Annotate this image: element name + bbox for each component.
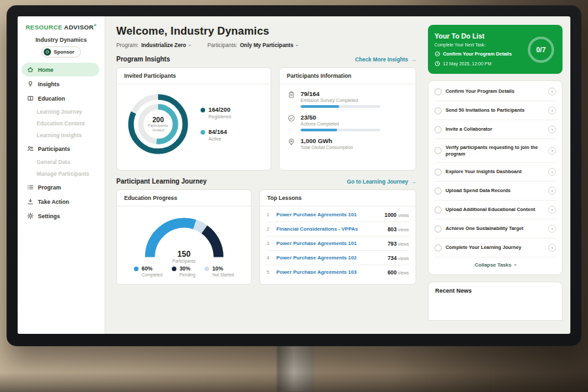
people-icon — [27, 145, 34, 152]
lesson-link[interactable]: Power Purchase Agreements 103 — [276, 269, 383, 275]
check-more-insights-link[interactable]: Check More Insights → — [355, 56, 416, 63]
task-row[interactable]: Upload Additional Educational Content › — [434, 201, 556, 220]
recent-news-title: Recent News — [435, 287, 555, 294]
sidebar-item-program[interactable]: Program — [22, 180, 99, 194]
sidebar-item-settings[interactable]: Settings — [22, 209, 99, 223]
checkbox-icon[interactable] — [434, 244, 442, 252]
education-progress-card: Education Progress 150 Participants — [116, 189, 252, 285]
lesson-row: 1 Power Purchase Agreements 101 1000view… — [267, 208, 409, 222]
todo-next-task[interactable]: Confirm Your Program Details — [434, 51, 522, 57]
main-content: Welcome, Industry Dynamics Program: Indu… — [105, 16, 425, 334]
gauge-center-label: Participants — [139, 259, 230, 263]
lesson-link[interactable]: Financial Considerations - VPPAs — [276, 226, 383, 232]
list-icon — [27, 184, 34, 191]
task-row[interactable]: Verify participants requesting to join t… — [434, 139, 556, 163]
sidebar-item-learning-insights[interactable]: Learning Insights — [18, 129, 105, 141]
task-row[interactable]: Achieve One Sustainability Target › — [434, 220, 556, 238]
recent-news-card: Recent News — [428, 282, 563, 321]
todo-progress-ring: 0/7 — [526, 35, 556, 65]
dashboard-screen: RESOURCE ADVISOR+ Industry Dynamics Spon… — [18, 16, 570, 334]
task-row[interactable]: Confirm Your Program Details › — [434, 82, 556, 101]
lesson-link[interactable]: Power Purchase Agreements 102 — [276, 255, 383, 261]
todo-subtitle: Complete Your Next Task: — [434, 42, 522, 47]
card-title: Education Progress — [117, 190, 251, 206]
chevron-right-icon[interactable]: › — [548, 147, 556, 155]
brand-plus: + — [93, 23, 96, 27]
background-floor — [0, 372, 588, 392]
lightbulb-icon — [27, 80, 34, 88]
sidebar-item-manage-participants[interactable]: Manage Participants — [18, 168, 105, 180]
sponsor-badge[interactable]: Sponsor — [41, 46, 81, 57]
lesson-link[interactable]: Power Purchase Agreements 101 — [276, 240, 383, 246]
program-insights-header: Program Insights Check More Insights → — [116, 56, 416, 63]
chevron-down-icon: › — [294, 44, 300, 46]
chevron-right-icon[interactable]: › — [548, 168, 556, 176]
location-pin-icon — [287, 138, 295, 150]
legend-active: 84/164Active — [201, 129, 231, 142]
donut-center-label: Participants Invited — [144, 123, 172, 133]
book-icon — [27, 95, 34, 102]
sidebar-nav: Home Insights Education Learning Journey… — [18, 63, 105, 223]
emission-survey-row: 79/164 Emission Survey Completed — [287, 90, 408, 108]
todo-title: Your To Do List — [434, 32, 522, 40]
checkbox-icon[interactable] — [434, 225, 442, 233]
sidebar: RESOURCE ADVISOR+ Industry Dynamics Spon… — [18, 16, 105, 334]
chevron-up-icon: › — [512, 264, 518, 266]
checkbox-icon[interactable] — [434, 88, 442, 95]
filters-row: Program: Industrialize Zero › Participan… — [116, 42, 416, 48]
task-row[interactable]: Send 50 Invitations to Participants › — [434, 101, 556, 120]
lesson-row: 3 Power Purchase Agreements 101 793views — [267, 237, 409, 251]
legend-dot — [134, 267, 139, 271]
emission-survey-progress-bar — [301, 105, 380, 108]
go-to-learning-journey-link[interactable]: Go to Learning Journey → — [347, 178, 416, 185]
checkbox-icon[interactable] — [434, 169, 442, 176]
checkbox-icon[interactable] — [434, 206, 442, 214]
sidebar-item-learning-journey[interactable]: Learning Journey — [18, 106, 105, 118]
participants-filter[interactable]: Participants: Only My Participants › — [208, 42, 298, 48]
sidebar-item-insights[interactable]: Insights — [22, 77, 99, 91]
donut-center-value: 200 — [152, 116, 164, 123]
arrow-right-icon: → — [411, 178, 416, 185]
chevron-right-icon[interactable]: › — [548, 187, 556, 195]
checkbox-icon[interactable] — [434, 126, 442, 133]
actions-completed-row: 23/50 Actions Completed — [287, 114, 408, 131]
task-row[interactable]: Upload Spend Data Records › — [434, 182, 556, 201]
todo-panel: Your To Do List Complete Your Next Task:… — [425, 16, 570, 334]
legend-dot — [204, 267, 209, 271]
chevron-right-icon[interactable]: › — [548, 106, 556, 114]
lesson-link[interactable]: Power Purchase Agreements 101 — [276, 212, 380, 218]
checkbox-icon[interactable] — [434, 188, 442, 195]
program-filter[interactable]: Program: Industrialize Zero › — [116, 42, 191, 48]
sidebar-item-take-action[interactable]: Take Action — [22, 195, 99, 208]
sidebar-item-education-content[interactable]: Education Content — [18, 118, 105, 129]
task-row[interactable]: Complete Your Learning Journey › — [434, 238, 556, 257]
donut-legend: 164/200Registered 84/164Active — [201, 106, 231, 142]
sidebar-item-participants[interactable]: Participants — [22, 142, 99, 155]
task-row[interactable]: Invite a Collaborator › — [434, 120, 556, 139]
legend-pending: 30%Pending — [172, 265, 195, 277]
chevron-right-icon[interactable]: › — [548, 206, 556, 214]
clock-icon — [434, 61, 440, 67]
legend-completed: 60%Completed — [134, 265, 163, 277]
checkbox-icon[interactable] — [434, 147, 442, 154]
task-row[interactable]: Explore Your Insights Dashboard › — [434, 163, 556, 182]
check-circle-icon — [434, 51, 440, 57]
legend-dot — [172, 267, 176, 271]
todo-tasks-card: Confirm Your Program Details › Send 50 I… — [428, 80, 563, 275]
checkbox-icon[interactable] — [434, 107, 442, 114]
page-title: Welcome, Industry Dynamics — [116, 25, 416, 37]
sidebar-item-general-data[interactable]: General Data — [18, 156, 105, 168]
sidebar-item-home[interactable]: Home — [22, 63, 99, 76]
check-circle-icon — [287, 114, 295, 131]
brand-secondary: ADVISOR+ — [64, 24, 97, 31]
chevron-right-icon[interactable]: › — [548, 125, 556, 133]
collapse-tasks-button[interactable]: Collapse Tasks › — [434, 257, 556, 273]
chevron-right-icon[interactable]: › — [548, 88, 556, 95]
chevron-right-icon[interactable]: › — [548, 244, 556, 252]
chevron-right-icon[interactable]: › — [548, 225, 556, 233]
app-logo: RESOURCE ADVISOR+ — [18, 23, 105, 31]
legend-dot — [201, 108, 205, 112]
sidebar-item-education[interactable]: Education — [22, 91, 99, 105]
lesson-row: 2 Financial Considerations - VPPAs 803vi… — [267, 222, 409, 237]
clipboard-icon — [287, 91, 295, 108]
